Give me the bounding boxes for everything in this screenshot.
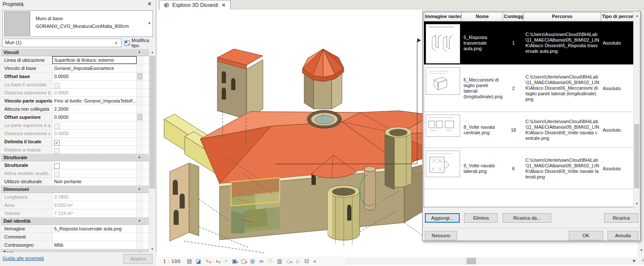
property-value-cell[interactable]: 5_Risposta trasversale aula.png — [52, 225, 137, 233]
element-filter-select[interactable]: Muri (1) ∨ — [2, 39, 122, 47]
resize-grip[interactable]: ◢ — [637, 257, 644, 265]
chevron-down-icon[interactable]: ▾ — [148, 21, 150, 25]
collapse-section-icon[interactable]: ▲ — [138, 187, 141, 190]
view-scale-button[interactable]: 1 : 100 — [163, 259, 181, 264]
collapse-section-icon[interactable]: ▲ — [138, 155, 141, 158]
reveal-constraints-icon[interactable]: ⊟ — [303, 258, 311, 265]
column-header-immagine-raster[interactable]: Immagine raster — [424, 12, 462, 21]
raster-table-row[interactable]: 6_Meccanismi di taglio pareti laterali (… — [424, 65, 634, 112]
properties-help-link[interactable]: Guida alle proprietà — [3, 256, 44, 261]
property-value-cell[interactable] — [52, 146, 137, 154]
model-bell-cote-piece[interactable] — [217, 49, 263, 119]
scroll-up-icon[interactable]: ▲ — [634, 12, 640, 19]
reload-button[interactable]: Ricarica — [604, 213, 638, 223]
property-checkbox[interactable] — [54, 83, 60, 88]
property-checkbox[interactable]: ✓ — [54, 140, 60, 145]
column-header-tipo-di-percorso[interactable]: Tipo di percorso — [601, 12, 634, 21]
property-checkbox[interactable] — [54, 148, 60, 154]
collapse-section-icon[interactable]: ▲ — [138, 219, 141, 222]
property-value-cell[interactable]: Superficie di finitura: esterno — [52, 56, 137, 64]
analytical-model-icon[interactable]: ◇✕ — [285, 258, 293, 265]
property-value-cell[interactable] — [52, 233, 137, 241]
property-value-cell[interactable]: 0.0000 — [52, 130, 137, 137]
reveal-hidden-elements-icon[interactable]: ☉ — [267, 258, 275, 265]
visual-style-icon[interactable]: ◪ — [195, 258, 202, 265]
property-checkbox[interactable] — [54, 124, 60, 129]
property-value-cell[interactable]: 9.020 m² — [52, 201, 137, 209]
lock-3d-view-icon[interactable]: ◍ — [249, 258, 256, 265]
column-header-nome[interactable]: Nome — [462, 12, 503, 21]
scroll-right-icon[interactable]: ▶ — [633, 259, 636, 263]
scroll-up-icon[interactable]: ▲ — [149, 49, 156, 55]
temporary-view-properties-icon[interactable]: ▥ — [276, 258, 284, 265]
raster-table-row[interactable]: 9_Volte navate laterali.png6C:\Users\Ute… — [424, 148, 634, 189]
property-value-cell[interactable]: Goranxi_ImpostaEsonartece — [52, 64, 137, 72]
section-header-dati-identita[interactable]: Dati identità▲ — [1, 218, 150, 225]
property-value-cell[interactable]: 7.216 m³ — [52, 209, 137, 217]
apply-button[interactable]: Applica — [123, 254, 153, 264]
raster-table-row[interactable]: 5_Risposta trasversale aula.png1C:\Users… — [424, 21, 634, 65]
collapse-arrow-icon[interactable]: < — [314, 259, 316, 264]
property-value-cell[interactable] — [52, 81, 137, 88]
property-value-cell[interactable]: 0.0000 — [52, 89, 137, 97]
raster-table-row[interactable]: 8_Volte navata centrale.png18C:\Users\Ut… — [424, 112, 634, 148]
scroll-down-icon[interactable]: ▼ — [149, 246, 156, 252]
scroll-down-icon[interactable]: ▼ — [634, 200, 640, 207]
type-selector[interactable]: Muro di base GORANXI_CVO_MuraturaConMalt… — [3, 10, 153, 37]
property-value-cell[interactable]: 2.2000 — [52, 105, 137, 113]
displacement-sets-icon[interactable]: ⌂ — [294, 258, 302, 265]
column-header-conteggi[interactable]: Conteggi — [503, 12, 524, 21]
model-map-texture[interactable] — [231, 178, 280, 233]
section-header-fasi[interactable]: Fasi▲ — [1, 249, 150, 252]
temporary-hide-isolate-icon[interactable]: ∞ — [258, 258, 266, 265]
mini-button[interactable] — [137, 114, 142, 120]
property-value-cell[interactable]: ✓ — [52, 138, 137, 145]
scroll-down-icon[interactable]: ▼ — [640, 248, 643, 252]
model-c-shell-apse[interactable] — [385, 127, 412, 190]
reload-from-button[interactable]: Ricarica da... — [503, 213, 551, 223]
property-value-cell[interactable]: 0.0000 — [52, 113, 137, 121]
section-header-dimensioni[interactable]: Dimensioni▲ — [1, 186, 150, 193]
none-button[interactable]: Nessuno — [425, 231, 457, 240]
property-value-cell[interactable]: 0.0000 — [52, 73, 137, 80]
model-arched-wall-piece[interactable] — [170, 163, 199, 241]
model-octagonal-drum[interactable] — [302, 49, 344, 109]
property-value-cell[interactable] — [52, 169, 137, 177]
property-value-cell[interactable] — [52, 121, 137, 129]
property-value-cell[interactable]: Fino al livello: Goranxi_ImpostaTettoF..… — [52, 97, 137, 105]
cancel-button[interactable]: Annulla — [607, 231, 638, 240]
property-row: Distanza estensione s...0.0000 — [1, 130, 150, 138]
property-checkbox[interactable] — [54, 172, 60, 177]
horizontal-scrollbar[interactable]: ▶ — [345, 257, 637, 265]
ok-button[interactable]: OK — [569, 231, 603, 240]
property-value-cell[interactable]: Non portante — [52, 178, 137, 185]
close-icon[interactable]: ✕ — [222, 2, 226, 8]
sun-path-icon[interactable]: ☀✕ — [204, 258, 211, 265]
detail-level-icon[interactable]: ▤ — [186, 258, 193, 265]
close-icon[interactable]: ✕ — [146, 1, 153, 8]
model-cylinder-apse[interactable] — [328, 185, 360, 246]
delete-button[interactable]: Elimina — [464, 213, 498, 223]
scrollbar-thumb[interactable] — [467, 258, 476, 264]
collapse-section-icon[interactable]: ▲ — [138, 50, 141, 53]
modify-type-button[interactable]: Modifica tipo — [124, 39, 157, 47]
show-crop-region-icon[interactable]: ▢✕ — [240, 258, 247, 265]
property-value-cell[interactable] — [52, 161, 137, 169]
shadows-icon[interactable]: ◑✕ — [213, 258, 220, 265]
property-checkbox[interactable] — [54, 163, 60, 169]
scrollbar-thumb[interactable] — [634, 124, 639, 188]
column-header-percorso[interactable]: Percorso — [524, 12, 601, 21]
properties-scrollbar[interactable]: ▲ ▼ — [149, 49, 155, 252]
scrollbar-thumb[interactable] — [150, 56, 155, 189]
property-value-cell[interactable]: 3.7850 — [52, 193, 137, 201]
rendering-dialog-icon[interactable]: ◔ — [222, 258, 229, 265]
tab-esploso-3d-dissesti[interactable]: Esploso 3D Dissesti ✕ — [159, 0, 231, 9]
property-value-cell[interactable]: M6b — [52, 241, 137, 249]
add-button[interactable]: Aggiungi... — [425, 213, 460, 223]
crop-view-icon[interactable]: ▣✕ — [231, 258, 238, 265]
section-header-strutturale[interactable]: Strutturale▲ — [1, 154, 150, 161]
raster-table-scrollbar[interactable]: ▲ ▼ — [633, 12, 640, 207]
mini-button[interactable] — [137, 73, 142, 79]
section-header-vincoli[interactable]: Vincoli▲ — [1, 49, 150, 56]
raster-highlight-rectangle[interactable] — [231, 178, 280, 206]
